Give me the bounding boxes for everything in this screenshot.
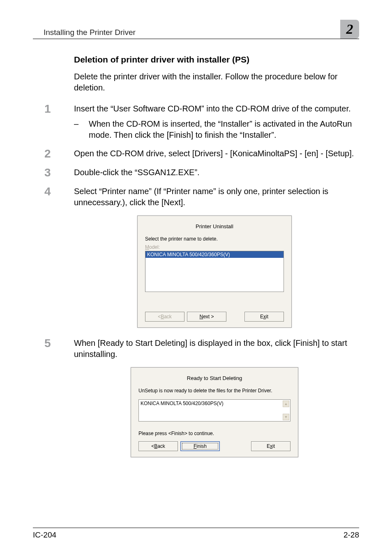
exit-button[interactable]: Exit xyxy=(244,312,284,322)
scroll-down-icon[interactable]: ▼ xyxy=(283,414,289,420)
step-number: 4 xyxy=(44,186,74,208)
dialog-instruction: UnSetup is now ready to delete the files… xyxy=(138,388,291,394)
dialog-title: Ready to Start Deleting xyxy=(138,375,291,381)
step-text: Select “Printer name” (If “Printer name”… xyxy=(74,186,355,208)
page-header: Installing the Printer Driver 2 xyxy=(33,20,359,39)
step-2: 2 Open the CD-ROM drive, select [Drivers… xyxy=(74,148,355,160)
bullet-dash: – xyxy=(74,118,89,141)
finish-button[interactable]: Finish xyxy=(180,441,220,451)
back-button[interactable]: < Back xyxy=(138,441,178,451)
dialog-button-row: < Back Next > Exit xyxy=(145,312,284,322)
section-heading: Deletion of printer driver with installe… xyxy=(74,55,355,65)
next-button[interactable]: Next > xyxy=(187,312,226,322)
step-number: 1 xyxy=(44,103,74,141)
footer-left: IC-204 xyxy=(33,531,56,540)
chapter-number-badge: 2 xyxy=(340,20,359,39)
step-text: Insert the “User Software CD-ROM” into t… xyxy=(74,104,351,113)
back-button: < Back xyxy=(145,312,184,322)
ready-delete-dialog: Ready to Start Deleting UnSetup is now r… xyxy=(131,367,298,457)
exit-button[interactable]: Exit xyxy=(251,441,291,451)
main-content: Deletion of printer driver with installe… xyxy=(33,55,359,457)
page-footer: IC-204 2-28 xyxy=(33,528,359,540)
step-text: When [Ready to Start Deleting] is displa… xyxy=(74,338,355,360)
intro-paragraph: Delete the printer driver with the insta… xyxy=(74,71,355,93)
step-number: 2 xyxy=(44,148,74,160)
step-text: Open the CD-ROM drive, select [Drivers] … xyxy=(74,148,355,160)
step-text: Double-click the “SSGAN1Z.EXE”. xyxy=(74,167,355,178)
step-4: 4 Select “Printer name” (If “Printer nam… xyxy=(74,186,355,208)
printer-item: KONICA MINOLTA 500/420/360PS(V) xyxy=(141,401,224,406)
dialog-button-row: < Back Finish Exit xyxy=(138,441,291,451)
step-number: 3 xyxy=(44,167,74,178)
model-label: Model: xyxy=(145,244,284,250)
scroll-up-icon[interactable]: ▲ xyxy=(283,401,289,407)
bullet-text: When the CD-ROM is inserted, the “Instal… xyxy=(89,118,355,141)
step-number: 5 xyxy=(44,338,74,360)
dialog-title: Printer Uninstall xyxy=(145,223,284,229)
step-5: 5 When [Ready to Start Deleting] is disp… xyxy=(74,338,355,360)
delete-item-list: KONICA MINOLTA 500/420/360PS(V) ▲ ▼ xyxy=(138,399,291,422)
step-body: Insert the “User Software CD-ROM” into t… xyxy=(74,103,355,141)
sub-bullet: – When the CD-ROM is inserted, the “Inst… xyxy=(74,118,355,141)
dialog-instruction: Select the printer name to delete. xyxy=(145,236,284,242)
step-3: 3 Double-click the “SSGAN1Z.EXE”. xyxy=(74,167,355,178)
header-section-title: Installing the Printer Driver xyxy=(33,28,136,37)
step-1: 1 Insert the “User Software CD-ROM” into… xyxy=(74,103,355,141)
continue-text: Please press <Finish> to continue. xyxy=(138,431,291,436)
model-listbox[interactable]: KONICA MINOLTA 500/420/360PS(V) xyxy=(145,251,284,292)
footer-right: 2-28 xyxy=(344,531,359,540)
printer-uninstall-dialog: Printer Uninstall Select the printer nam… xyxy=(137,215,292,328)
selected-printer-item[interactable]: KONICA MINOLTA 500/420/360PS(V) xyxy=(145,251,284,258)
